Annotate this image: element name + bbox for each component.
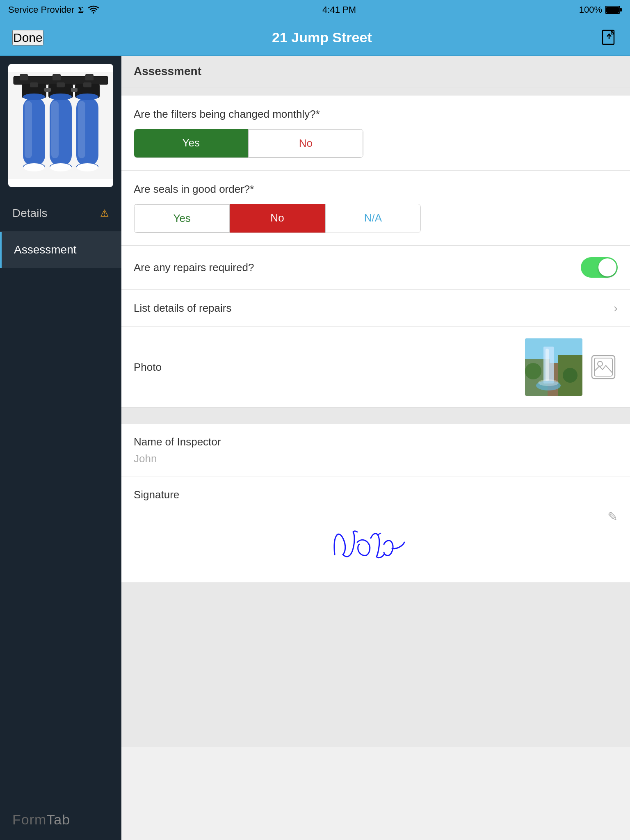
- q4-label: List details of repairs: [134, 302, 231, 315]
- nav-title: 21 Jump Street: [272, 30, 372, 46]
- water-filter-image: [8, 72, 113, 179]
- svg-rect-9: [85, 74, 94, 80]
- sidebar-item-assessment[interactable]: Assessment: [0, 232, 121, 268]
- status-time: 4:41 PM: [322, 5, 356, 15]
- sidebar: Details ⚠ Assessment FormTab: [0, 56, 121, 840]
- content-area: Assessment Are the filters being changed…: [121, 56, 630, 840]
- toggle-knob: [598, 258, 616, 276]
- svg-rect-32: [71, 88, 78, 92]
- warning-icon: ⚠: [100, 208, 109, 219]
- svg-rect-17: [25, 101, 32, 158]
- svg-rect-43: [592, 356, 615, 379]
- signature-label: Signature: [134, 488, 618, 501]
- svg-rect-25: [78, 101, 85, 158]
- brand-text: Form: [12, 812, 46, 827]
- svg-point-18: [23, 94, 45, 100]
- q5-label: Photo: [134, 361, 162, 374]
- q3-row: Are any repairs required?: [121, 246, 630, 290]
- q2-no-button[interactable]: No: [230, 204, 325, 233]
- svg-point-28: [23, 163, 45, 171]
- svg-rect-38: [546, 349, 549, 381]
- svg-rect-2: [606, 7, 619, 13]
- status-bar: Service Provider 𝚺 4:41 PM 100%: [0, 0, 630, 20]
- q3-label: Are any repairs required?: [134, 261, 254, 274]
- inspector-name-row: Name of Inspector John: [121, 424, 630, 477]
- svg-rect-13: [57, 82, 65, 87]
- assessment-title: Assessment: [134, 65, 201, 78]
- q1-label: Are the filters being changed monthly?*: [134, 108, 618, 121]
- carrier-label: Service Provider: [8, 5, 74, 15]
- photo-thumb-1[interactable]: [525, 338, 582, 396]
- svg-rect-31: [44, 88, 51, 92]
- svg-rect-7: [20, 74, 28, 80]
- signature-svg: [310, 518, 441, 567]
- svg-point-22: [50, 94, 72, 100]
- status-right: 100%: [579, 5, 622, 15]
- edit-signature-icon[interactable]: ✎: [607, 509, 618, 524]
- q5-row: Photo: [121, 327, 630, 408]
- wifi-icon: 𝚺: [78, 5, 84, 15]
- svg-rect-15: [83, 82, 91, 87]
- signature-area[interactable]: ✎: [134, 505, 618, 571]
- photo-thumbnails: [525, 338, 618, 396]
- q4-row[interactable]: List details of repairs ›: [121, 290, 630, 327]
- svg-point-42: [563, 368, 578, 383]
- brand-tab-text: Tab: [46, 812, 70, 827]
- sidebar-assessment-label: Assessment: [14, 243, 77, 256]
- q1-yes-button[interactable]: Yes: [134, 129, 249, 158]
- export-icon: [600, 28, 618, 46]
- sidebar-details-label: Details: [12, 207, 48, 220]
- inspector-name-label: Name of Inspector: [134, 436, 618, 448]
- q2-row: Are seals in good order?* Yes No N/A: [121, 171, 630, 246]
- product-image-container: [8, 64, 113, 187]
- sidebar-item-details[interactable]: Details ⚠: [0, 195, 121, 232]
- nav-bar: Done 21 Jump Street: [0, 20, 630, 56]
- done-button[interactable]: Done: [12, 30, 43, 46]
- q1-btn-group: Yes No: [134, 129, 363, 158]
- q3-toggle[interactable]: [581, 257, 618, 278]
- svg-rect-21: [51, 101, 59, 158]
- section-separator: [121, 408, 630, 424]
- q2-yes-button[interactable]: Yes: [134, 204, 230, 233]
- status-left: Service Provider 𝚺: [8, 5, 99, 15]
- sidebar-nav: Details ⚠ Assessment: [0, 195, 121, 799]
- q2-na-button[interactable]: N/A: [325, 204, 420, 233]
- battery-icon: [605, 5, 622, 14]
- svg-rect-11: [30, 82, 38, 87]
- add-photo-icon: [591, 355, 616, 379]
- q2-btn-group: Yes No N/A: [134, 204, 421, 233]
- svg-point-40: [538, 379, 559, 386]
- add-photo-button[interactable]: [589, 353, 618, 381]
- svg-point-30: [77, 163, 98, 171]
- signature-row: Signature ✎: [121, 477, 630, 583]
- q2-label: Are seals in good order?*: [134, 183, 618, 196]
- chevron-right-icon: ›: [614, 301, 618, 315]
- svg-rect-44: [594, 358, 612, 376]
- water-filter-svg: [8, 72, 113, 179]
- q1-no-button[interactable]: No: [249, 129, 363, 158]
- svg-point-45: [598, 361, 603, 366]
- bottom-space: [121, 583, 630, 747]
- export-button[interactable]: [600, 28, 618, 47]
- svg-point-41: [525, 363, 541, 379]
- q1-row: Are the filters being changed monthly?* …: [121, 96, 630, 171]
- wifi-signal-icon: [88, 5, 99, 14]
- assessment-section-header: Assessment: [121, 56, 630, 87]
- svg-rect-8: [52, 74, 61, 80]
- main-layout: Details ⚠ Assessment FormTab Assessment …: [0, 56, 630, 840]
- battery-label: 100%: [579, 5, 602, 15]
- svg-point-26: [76, 94, 98, 100]
- formtab-brand: FormTab: [0, 799, 121, 840]
- top-spacer: [121, 87, 630, 96]
- waterfall-photo-svg: [525, 338, 582, 396]
- svg-rect-1: [620, 8, 622, 11]
- svg-point-29: [50, 163, 71, 171]
- inspector-name-value: John: [134, 452, 618, 465]
